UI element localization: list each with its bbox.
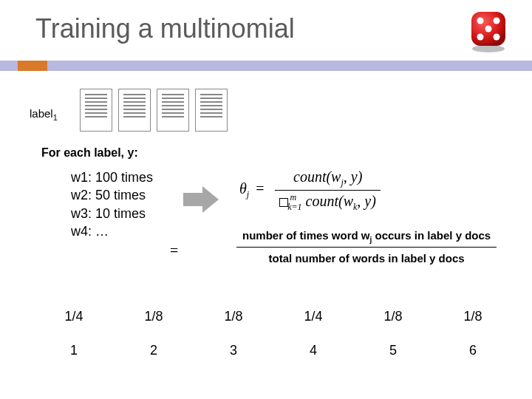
document-icons [80, 89, 228, 132]
die-faces-row: 1 2 3 4 5 6 [52, 343, 495, 358]
svg-point-3 [494, 18, 500, 24]
prob-5: 1/8 [371, 309, 415, 324]
svg-point-6 [485, 26, 492, 33]
svg-point-0 [472, 45, 505, 52]
foreach-label: For each label, y: [41, 146, 138, 160]
face-4: 4 [291, 343, 335, 358]
label-text: label1 [30, 107, 58, 122]
prob-4: 1/4 [291, 309, 335, 324]
prob-1: 1/4 [52, 309, 96, 324]
count-w3: w3: 10 times [71, 205, 153, 222]
svg-point-4 [477, 34, 484, 41]
doc-icon [118, 89, 151, 132]
doc-icon [195, 89, 228, 132]
arrow-right-icon [183, 186, 220, 213]
doc-icon [80, 89, 112, 132]
face-2: 2 [132, 343, 176, 358]
explanation-fraction: number of times word wj occurs in label … [236, 229, 497, 265]
doc-icon [157, 89, 189, 132]
face-6: 6 [451, 343, 495, 358]
face-5: 5 [371, 343, 415, 358]
svg-point-5 [494, 34, 500, 41]
equals-sign: = [170, 242, 178, 259]
theta-formula: θj = count(wj, y) mk=1 count(wk, y) [239, 168, 381, 213]
count-w1: w1: 100 times [71, 168, 153, 186]
prob-3: 1/8 [211, 309, 256, 324]
probability-row: 1/4 1/8 1/8 1/4 1/8 1/8 [52, 309, 495, 324]
svg-point-2 [477, 18, 484, 24]
face-3: 3 [211, 343, 256, 358]
prob-2: 1/8 [132, 309, 176, 324]
dice-icon [466, 7, 511, 53]
word-counts: w1: 100 times w2: 50 times w3: 10 times … [71, 168, 153, 240]
prob-6: 1/8 [451, 309, 495, 324]
face-1: 1 [52, 343, 96, 358]
accent-bar [0, 61, 532, 71]
slide-title: Training a multinomial [0, 0, 532, 44]
count-w2: w2: 50 times [71, 186, 153, 204]
count-w4: w4: … [71, 222, 153, 240]
